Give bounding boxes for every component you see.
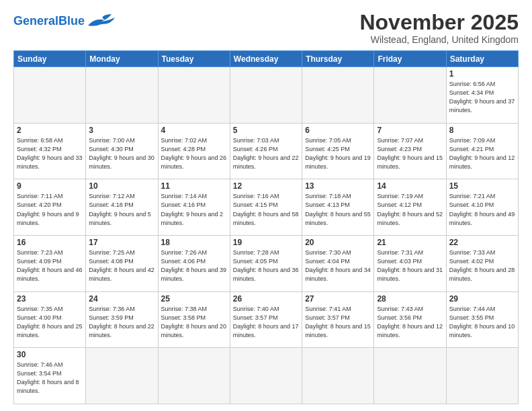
- day-info: Sunrise: 7:25 AMSunset: 4:08 PMDaylight:…: [89, 248, 154, 283]
- day-info: Sunrise: 7:07 AMSunset: 4:23 PMDaylight:…: [377, 136, 443, 171]
- day-number: 11: [161, 181, 227, 191]
- calendar-cell: 21Sunrise: 7:31 AMSunset: 4:03 PMDayligh…: [374, 236, 446, 292]
- logo: GeneralBlue: [13, 11, 118, 31]
- calendar-cell: 14Sunrise: 7:19 AMSunset: 4:12 PMDayligh…: [374, 179, 446, 236]
- day-number: 28: [377, 294, 443, 304]
- day-info: Sunrise: 7:23 AMSunset: 4:09 PMDaylight:…: [17, 248, 83, 283]
- calendar-cell: [302, 348, 374, 404]
- calendar-cell: 24Sunrise: 7:36 AMSunset: 3:59 PMDayligh…: [86, 291, 158, 348]
- day-number: 29: [449, 294, 515, 304]
- day-number: 30: [17, 350, 83, 359]
- day-number: 10: [89, 181, 154, 191]
- calendar-cell: 10Sunrise: 7:12 AMSunset: 4:18 PMDayligh…: [86, 179, 158, 236]
- col-header-sunday: Sunday: [14, 51, 86, 67]
- calendar-cell: 13Sunrise: 7:18 AMSunset: 4:13 PMDayligh…: [302, 179, 374, 236]
- day-info: Sunrise: 7:30 AMSunset: 4:04 PMDaylight:…: [305, 248, 371, 283]
- day-number: 6: [305, 126, 371, 135]
- day-info: Sunrise: 6:56 AMSunset: 4:34 PMDaylight:…: [449, 80, 515, 115]
- day-number: 16: [17, 238, 83, 247]
- day-number: 23: [17, 294, 83, 304]
- day-info: Sunrise: 7:43 AMSunset: 3:56 PMDaylight:…: [377, 305, 443, 340]
- day-info: Sunrise: 7:19 AMSunset: 4:12 PMDaylight:…: [377, 192, 443, 227]
- calendar-cell: 25Sunrise: 7:38 AMSunset: 3:58 PMDayligh…: [158, 291, 230, 348]
- calendar-cell: 8Sunrise: 7:09 AMSunset: 4:21 PMDaylight…: [446, 123, 518, 179]
- day-number: 18: [161, 238, 227, 247]
- day-number: 22: [449, 238, 515, 247]
- calendar-cell: 3Sunrise: 7:00 AMSunset: 4:30 PMDaylight…: [86, 123, 158, 179]
- day-number: 12: [233, 181, 299, 191]
- calendar-cell: 12Sunrise: 7:16 AMSunset: 4:15 PMDayligh…: [230, 179, 302, 236]
- month-title: November 2025: [359, 11, 519, 34]
- day-number: 26: [233, 294, 299, 304]
- calendar-cell: 23Sunrise: 7:35 AMSunset: 4:00 PMDayligh…: [14, 291, 86, 348]
- calendar-cell: 26Sunrise: 7:40 AMSunset: 3:57 PMDayligh…: [230, 291, 302, 348]
- calendar-cell: 2Sunrise: 6:58 AMSunset: 4:32 PMDaylight…: [14, 123, 86, 179]
- day-number: 21: [377, 238, 443, 247]
- day-info: Sunrise: 7:05 AMSunset: 4:25 PMDaylight:…: [305, 136, 371, 171]
- calendar-cell: [14, 67, 86, 124]
- day-info: Sunrise: 7:40 AMSunset: 3:57 PMDaylight:…: [233, 305, 299, 340]
- day-info: Sunrise: 7:03 AMSunset: 4:26 PMDaylight:…: [233, 136, 299, 171]
- day-info: Sunrise: 7:26 AMSunset: 4:06 PMDaylight:…: [161, 248, 227, 283]
- header: GeneralBlue November 2025 Wilstead, Engl…: [13, 11, 519, 45]
- day-number: 2: [17, 126, 83, 135]
- calendar-cell: [302, 67, 374, 124]
- logo-text: GeneralBlue: [13, 15, 85, 27]
- day-number: 8: [449, 126, 515, 135]
- calendar-cell: 17Sunrise: 7:25 AMSunset: 4:08 PMDayligh…: [86, 236, 158, 292]
- day-number: 1: [449, 69, 515, 79]
- day-info: Sunrise: 7:12 AMSunset: 4:18 PMDaylight:…: [89, 192, 154, 227]
- day-info: Sunrise: 7:36 AMSunset: 3:59 PMDaylight:…: [89, 305, 154, 340]
- day-number: 4: [161, 126, 227, 135]
- title-block: November 2025 Wilstead, England, United …: [359, 11, 519, 45]
- calendar-cell: 29Sunrise: 7:44 AMSunset: 3:55 PMDayligh…: [446, 291, 518, 348]
- col-header-monday: Monday: [86, 51, 158, 67]
- logo-blue: Blue: [58, 14, 85, 28]
- day-info: Sunrise: 7:00 AMSunset: 4:30 PMDaylight:…: [89, 136, 154, 171]
- logo-bird-icon: [85, 12, 118, 31]
- day-number: 5: [233, 126, 299, 135]
- calendar-cell: [86, 67, 158, 124]
- calendar-cell: 18Sunrise: 7:26 AMSunset: 4:06 PMDayligh…: [158, 236, 230, 292]
- day-number: 3: [89, 126, 154, 135]
- calendar-cell: [86, 348, 158, 404]
- day-number: 20: [305, 238, 371, 247]
- day-info: Sunrise: 7:28 AMSunset: 4:05 PMDaylight:…: [233, 248, 299, 283]
- col-header-wednesday: Wednesday: [230, 51, 302, 67]
- day-number: 9: [17, 181, 83, 191]
- day-info: Sunrise: 7:21 AMSunset: 4:10 PMDaylight:…: [449, 192, 515, 227]
- day-number: 24: [89, 294, 154, 304]
- calendar-cell: 20Sunrise: 7:30 AMSunset: 4:04 PMDayligh…: [302, 236, 374, 292]
- day-info: Sunrise: 7:09 AMSunset: 4:21 PMDaylight:…: [449, 136, 515, 171]
- calendar-table: SundayMondayTuesdayWednesdayThursdayFrid…: [13, 50, 519, 404]
- day-number: 19: [233, 238, 299, 247]
- col-header-friday: Friday: [374, 51, 446, 67]
- day-info: Sunrise: 7:14 AMSunset: 4:16 PMDaylight:…: [161, 192, 227, 227]
- calendar-cell: 9Sunrise: 7:11 AMSunset: 4:20 PMDaylight…: [14, 179, 86, 236]
- day-number: 15: [449, 181, 515, 191]
- day-number: 17: [89, 238, 154, 247]
- day-info: Sunrise: 7:33 AMSunset: 4:02 PMDaylight:…: [449, 248, 515, 283]
- calendar-cell: 1Sunrise: 6:56 AMSunset: 4:34 PMDaylight…: [446, 67, 518, 124]
- day-number: 13: [305, 181, 371, 191]
- calendar-cell: 28Sunrise: 7:43 AMSunset: 3:56 PMDayligh…: [374, 291, 446, 348]
- day-info: Sunrise: 7:35 AMSunset: 4:00 PMDaylight:…: [17, 305, 83, 340]
- col-header-thursday: Thursday: [302, 51, 374, 67]
- calendar-cell: [374, 67, 446, 124]
- calendar-cell: 16Sunrise: 7:23 AMSunset: 4:09 PMDayligh…: [14, 236, 86, 292]
- day-info: Sunrise: 7:16 AMSunset: 4:15 PMDaylight:…: [233, 192, 299, 227]
- logo-general: General: [13, 14, 58, 28]
- calendar-cell: 22Sunrise: 7:33 AMSunset: 4:02 PMDayligh…: [446, 236, 518, 292]
- day-info: Sunrise: 7:46 AMSunset: 3:54 PMDaylight:…: [17, 361, 83, 396]
- page: GeneralBlue November 2025 Wilstead, Engl…: [0, 0, 532, 411]
- day-info: Sunrise: 7:11 AMSunset: 4:20 PMDaylight:…: [17, 192, 83, 227]
- calendar-cell: 15Sunrise: 7:21 AMSunset: 4:10 PMDayligh…: [446, 179, 518, 236]
- day-info: Sunrise: 6:58 AMSunset: 4:32 PMDaylight:…: [17, 136, 83, 171]
- day-info: Sunrise: 7:41 AMSunset: 3:57 PMDaylight:…: [305, 305, 371, 340]
- day-number: 7: [377, 126, 443, 135]
- calendar-cell: 5Sunrise: 7:03 AMSunset: 4:26 PMDaylight…: [230, 123, 302, 179]
- day-info: Sunrise: 7:38 AMSunset: 3:58 PMDaylight:…: [161, 305, 227, 340]
- col-header-tuesday: Tuesday: [158, 51, 230, 67]
- day-info: Sunrise: 7:02 AMSunset: 4:28 PMDaylight:…: [161, 136, 227, 171]
- calendar-cell: [230, 348, 302, 404]
